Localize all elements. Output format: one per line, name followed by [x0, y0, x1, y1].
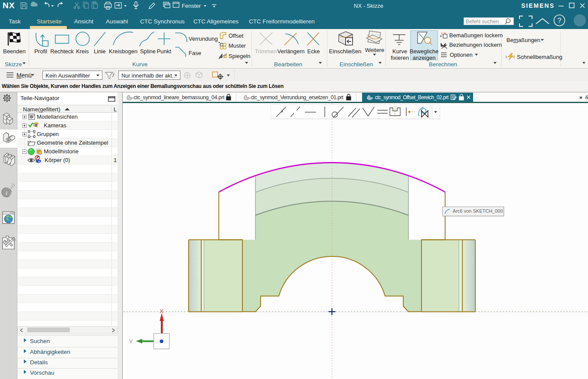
svg-text:Y: Y: [129, 338, 133, 345]
svg-text:?: ?: [558, 17, 562, 24]
svg-text:X: X: [160, 308, 163, 314]
svg-text:i: i: [6, 190, 7, 196]
